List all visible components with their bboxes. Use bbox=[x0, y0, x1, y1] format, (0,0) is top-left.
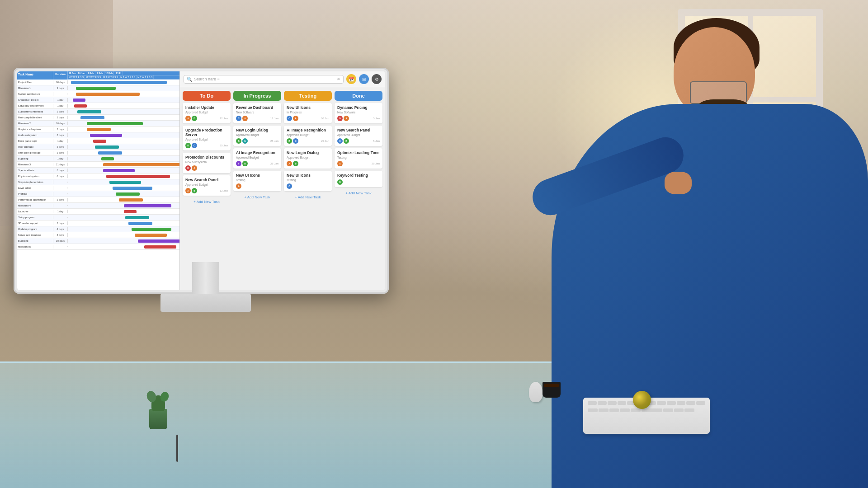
column-header-done: Done bbox=[335, 91, 382, 101]
calendar-button[interactable]: 📅 bbox=[346, 74, 356, 84]
card-subtitle: Approved Budget bbox=[236, 156, 278, 159]
task-name[interactable]: Scripts implementation bbox=[17, 180, 53, 184]
task-name[interactable]: Setup program bbox=[17, 216, 53, 219]
task-name[interactable]: Physics subsystem bbox=[17, 174, 53, 178]
card-avatar: F bbox=[236, 161, 241, 166]
monitor-cable bbox=[176, 435, 178, 462]
kanban-toolbar: 🔍 Search nare = ✕ 📅 ⊞ ⚙ bbox=[180, 71, 385, 87]
kanban-card[interactable]: Upgrade Production Server Approved Budge… bbox=[183, 126, 231, 150]
task-name[interactable]: Launcher bbox=[17, 210, 53, 213]
card-avatar: B bbox=[192, 188, 197, 193]
task-name[interactable]: User interface bbox=[17, 145, 53, 149]
task-name[interactable]: Project Plan bbox=[17, 80, 53, 84]
task-name[interactable]: Special effects bbox=[17, 169, 53, 172]
card-avatars: BC bbox=[287, 138, 298, 144]
task-duration bbox=[53, 94, 68, 94]
gantt-bar bbox=[119, 198, 143, 202]
gantt-bar bbox=[103, 163, 180, 166]
card-footer: CA 12 Jan bbox=[236, 116, 278, 121]
task-name[interactable]: Audio subsystem bbox=[17, 133, 53, 137]
kanban-card[interactable]: New UI Icons In Progress CA 30 Jan bbox=[284, 103, 332, 123]
card-title: Promotion Discounts bbox=[185, 155, 228, 160]
kanban-card[interactable]: New UI Icons Testing C bbox=[284, 171, 332, 191]
card-avatar: A bbox=[344, 116, 349, 121]
kanban-card[interactable]: Optimize Loading Time Testing A 25 Jan bbox=[335, 148, 382, 169]
add-task-button[interactable]: + Add New Task bbox=[284, 193, 332, 201]
task-name[interactable]: Performance optimization bbox=[17, 198, 53, 202]
card-date: 30 Jan bbox=[321, 117, 329, 120]
task-name[interactable]: Server and database bbox=[17, 233, 53, 237]
add-task-button[interactable]: + Add New Task bbox=[233, 193, 281, 201]
gantt-row: First compilable client 2 days bbox=[17, 115, 179, 121]
search-clear-button[interactable]: ✕ bbox=[337, 77, 340, 81]
task-name[interactable]: First compilable client bbox=[17, 116, 53, 119]
coffee-cup bbox=[542, 382, 561, 398]
task-name[interactable]: Basic game logic bbox=[17, 139, 53, 143]
kanban-card[interactable]: AI Image Recognition Approved Budget FB … bbox=[233, 148, 281, 169]
monitor-area: Task Name Duration 19 Jan 26 Jan 2 Feb 9… bbox=[14, 68, 398, 321]
kanban-card[interactable]: New Search Panel Approved Budget AB 12 J… bbox=[183, 175, 231, 196]
gantt-row: Basic game logic 1 day bbox=[17, 138, 179, 144]
card-avatar: A bbox=[236, 183, 241, 189]
task-name[interactable]: First client prototype bbox=[17, 151, 53, 155]
card-avatar: B bbox=[242, 161, 248, 166]
task-duration: 1 day bbox=[53, 139, 68, 143]
gantt-row: User interface 2 days bbox=[17, 144, 179, 150]
task-name[interactable]: Milestone 5 bbox=[17, 245, 53, 249]
gantt-bar bbox=[95, 145, 119, 149]
settings-button[interactable]: ⚙ bbox=[372, 74, 382, 84]
card-avatar: A bbox=[192, 165, 197, 171]
column-header-testing: Testing bbox=[284, 91, 332, 101]
gantt-bar-area bbox=[68, 109, 179, 114]
search-box[interactable]: 🔍 Search nare = ✕ bbox=[184, 75, 344, 84]
task-name[interactable]: 3D render support bbox=[17, 221, 53, 225]
monitor-screen: Task Name Duration 19 Jan 26 Jan 2 Feb 9… bbox=[17, 71, 385, 290]
kanban-card[interactable]: Promotion Discounts New Subsystem DA bbox=[183, 153, 231, 173]
card-title: AI Image Recognition bbox=[236, 150, 278, 155]
task-duration: 2 days bbox=[53, 151, 68, 155]
task-name[interactable]: Milestone 4 bbox=[17, 204, 53, 207]
card-subtitle: Approved Budget bbox=[287, 133, 329, 136]
add-task-button[interactable]: + Add New Task bbox=[335, 189, 382, 197]
view-button[interactable]: ⊞ bbox=[359, 74, 369, 84]
kanban-card[interactable]: Installer Update Approved Budget AB 12 J… bbox=[183, 103, 231, 123]
task-duration: 10 days bbox=[53, 122, 68, 125]
gantt-row: Milestone 3 21 days bbox=[17, 162, 179, 168]
kanban-card[interactable]: Keyword Testing B bbox=[335, 171, 382, 187]
kanban-card[interactable]: AI Image Recognition Approved Budget BC … bbox=[284, 126, 332, 146]
task-name[interactable]: Milestone 1 bbox=[17, 86, 53, 90]
gantt-header: Task Name Duration 19 Jan 26 Jan 2 Feb 9… bbox=[17, 71, 179, 80]
gantt-duration-header: Duration bbox=[53, 71, 68, 80]
gantt-row: Level editor bbox=[17, 185, 179, 191]
task-name[interactable]: Bugfixing bbox=[17, 239, 53, 243]
gantt-bar-area bbox=[68, 238, 179, 244]
add-task-button[interactable]: + Add New Task bbox=[183, 198, 231, 206]
gantt-row: Profiling bbox=[17, 191, 179, 197]
task-name[interactable]: Updater program bbox=[17, 227, 53, 231]
task-name[interactable]: Bugfixing bbox=[17, 157, 53, 160]
monitor-stand-base bbox=[160, 294, 251, 312]
gantt-bar-area bbox=[68, 144, 179, 150]
task-name[interactable]: Profiling bbox=[17, 192, 53, 196]
task-name[interactable]: Level editor bbox=[17, 186, 53, 190]
date-label-5: 16 Feb bbox=[104, 71, 114, 75]
kanban-card[interactable]: New UI Icons Testing A bbox=[233, 171, 281, 191]
kanban-card[interactable]: New Login Dialog Approved Budget BG 25 J… bbox=[233, 126, 281, 146]
task-name[interactable]: Subsystems interfaces bbox=[17, 110, 53, 113]
card-date: 12 Jan bbox=[220, 189, 228, 192]
task-name[interactable]: Milestone 2 bbox=[17, 122, 53, 125]
task-name[interactable]: Setup dev environment bbox=[17, 104, 53, 108]
task-duration: 60 days bbox=[53, 80, 68, 84]
task-duration: 2 days bbox=[53, 110, 68, 113]
gantt-row: Subsystems interfaces 2 days bbox=[17, 109, 179, 115]
gantt-bar bbox=[87, 122, 143, 125]
task-name[interactable]: Graphics subsystem bbox=[17, 127, 53, 131]
task-name[interactable]: System architecture bbox=[17, 92, 53, 96]
task-name[interactable]: Creation of project bbox=[17, 98, 53, 102]
kanban-card[interactable]: New Search Panel Approved Budget CB 5 Ja… bbox=[335, 126, 382, 146]
task-name[interactable]: Milestone 3 bbox=[17, 163, 53, 166]
kanban-card[interactable]: New Login Dialog Approved Budget AB bbox=[284, 148, 332, 169]
card-subtitle: Approved Budget bbox=[337, 133, 380, 136]
kanban-card[interactable]: Revenue Dashboard New Software CA 12 Jan bbox=[233, 103, 281, 123]
kanban-card[interactable]: Dynamic Pricing New Software DA 5 Jan bbox=[335, 103, 382, 123]
